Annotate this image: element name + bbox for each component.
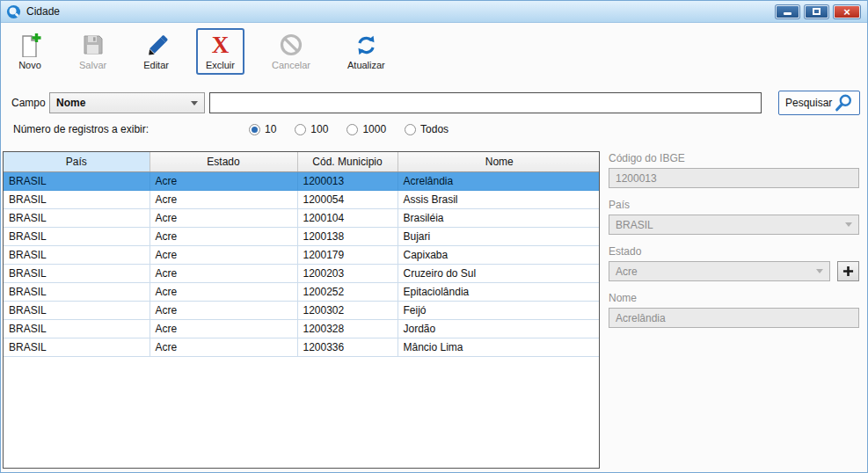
table-cell[interactable]: 1200328 [297, 319, 398, 338]
toolbar: Novo Salvar Editar [1, 24, 867, 84]
table-cell[interactable]: 1200138 [297, 227, 398, 245]
table-cell[interactable]: Acre [150, 208, 297, 227]
records-filter-label: Número de registros a exibir: [13, 123, 249, 135]
table-cell[interactable]: Acre [150, 245, 297, 264]
city-table-body: BRASILAcre1200013AcrelândiaBRASILAcre120… [4, 171, 600, 356]
table-row[interactable]: BRASILAcre1200203Cruzeiro do Sul [4, 264, 600, 282]
table-row[interactable]: BRASILAcre1200328Jordão [4, 319, 600, 338]
table-cell[interactable]: 1200203 [297, 264, 398, 282]
table-cell[interactable]: BRASIL [4, 338, 150, 356]
table-cell[interactable]: Acre [150, 282, 297, 301]
table-cell[interactable]: Acre [150, 171, 297, 190]
table-cell[interactable]: Brasiléia [398, 208, 600, 227]
table-cell[interactable]: Mâncio Lima [398, 338, 600, 356]
novo-button[interactable]: Novo [8, 28, 52, 75]
add-estado-button[interactable] [837, 261, 859, 281]
estado-select: Acre [609, 261, 830, 281]
column-header-nome[interactable]: Nome [398, 152, 600, 171]
radio-circle [405, 124, 416, 135]
table-cell[interactable]: BRASIL [4, 190, 150, 208]
search-input[interactable] [209, 92, 762, 113]
records-filter-row: Número de registros a exibir: 10 100 100… [13, 123, 467, 135]
search-row: Campo Nome Pesquisar [1, 89, 867, 117]
atualizar-button[interactable]: Atualizar [338, 28, 395, 75]
ibge-input: 1200013 [609, 168, 859, 188]
maximize-button[interactable] [805, 5, 828, 18]
nome-label: Nome [609, 292, 859, 304]
records-radio-1000[interactable]: 1000 [346, 123, 386, 135]
table-cell[interactable]: 1200054 [297, 190, 398, 208]
cancelar-label: Cancelar [272, 60, 310, 70]
column-header-estado[interactable]: Estado [150, 152, 297, 171]
table-row[interactable]: BRASILAcre1200302Feijó [4, 301, 600, 319]
editar-label: Editar [143, 60, 169, 70]
estado-value: Acre [616, 266, 638, 278]
table-cell[interactable]: BRASIL [4, 282, 150, 301]
nome-value: Acrelândia [616, 312, 666, 324]
pesquisar-button[interactable]: Pesquisar [778, 91, 860, 115]
window-controls: × [776, 5, 862, 18]
app-logo-icon [6, 4, 21, 19]
records-radio-todos[interactable]: Todos [405, 123, 449, 135]
close-button[interactable]: × [834, 5, 860, 18]
table-row[interactable]: BRASILAcre1200336Mâncio Lima [4, 338, 600, 356]
table-cell[interactable]: Epitaciolândia [398, 282, 600, 301]
chevron-down-icon [845, 222, 852, 227]
table-row[interactable]: BRASILAcre1200104Brasiléia [4, 208, 600, 227]
table-cell[interactable]: 1200336 [297, 338, 398, 356]
table-cell[interactable]: BRASIL [4, 301, 150, 319]
table-cell[interactable]: BRASIL [4, 171, 150, 190]
close-icon: × [843, 6, 850, 18]
table-row[interactable]: BRASILAcre1200013Acrelândia [4, 171, 600, 190]
table-cell[interactable]: BRASIL [4, 208, 150, 227]
table-row[interactable]: BRASILAcre1200054Assis Brasil [4, 190, 600, 208]
minimize-button[interactable] [776, 5, 799, 18]
field-nome: Nome Acrelândia [609, 292, 859, 328]
table-cell[interactable]: BRASIL [4, 227, 150, 245]
table-cell[interactable]: Acrelândia [398, 171, 600, 190]
table-cell[interactable]: Acre [150, 264, 297, 282]
campo-select[interactable]: Nome [49, 92, 205, 113]
table-row[interactable]: BRASILAcre1200179Capixaba [4, 245, 600, 264]
table-row[interactable]: BRASILAcre1200138Bujari [4, 227, 600, 245]
app-window: Cidade × Novo [0, 0, 868, 473]
salvar-button: Salvar [69, 28, 116, 75]
table-cell[interactable]: 1200252 [297, 282, 398, 301]
table-cell[interactable]: Acre [150, 338, 297, 356]
radio-circle [346, 124, 358, 135]
excluir-button[interactable]: X Excluir [196, 28, 244, 75]
table-cell[interactable]: BRASIL [4, 319, 150, 338]
minimize-icon [784, 12, 791, 15]
field-ibge: Código do IBGE 1200013 [609, 152, 859, 188]
column-header-pais[interactable]: País [4, 152, 150, 171]
table-cell[interactable]: Capixaba [398, 245, 600, 264]
pais-label: País [609, 199, 859, 211]
column-header-cod-municipio[interactable]: Cód. Municipio [297, 152, 398, 171]
table-cell[interactable]: Cruzeiro do Sul [398, 264, 600, 282]
table-cell[interactable]: Jordão [398, 319, 600, 338]
delete-x-icon: X [208, 33, 232, 57]
table-cell[interactable]: BRASIL [4, 264, 150, 282]
novo-label: Novo [18, 60, 41, 70]
table-cell[interactable]: Acre [150, 190, 297, 208]
records-radio-100[interactable]: 100 [295, 123, 328, 135]
table-cell[interactable]: Bujari [398, 227, 600, 245]
records-radio-10[interactable]: 10 [249, 123, 276, 135]
table-cell[interactable]: Acre [150, 319, 297, 338]
chevron-down-icon [816, 269, 823, 273]
table-cell[interactable]: 1200013 [297, 171, 398, 190]
table-cell[interactable]: BRASIL [4, 245, 150, 264]
table-cell[interactable]: Feijó [398, 301, 600, 319]
table-row[interactable]: BRASILAcre1200252Epitaciolândia [4, 282, 600, 301]
table-cell[interactable]: Acre [150, 227, 297, 245]
editar-button[interactable]: Editar [134, 28, 179, 75]
table-cell[interactable]: Assis Brasil [398, 190, 600, 208]
estado-label: Estado [609, 245, 859, 258]
table-cell[interactable]: Acre [150, 301, 297, 319]
nome-input: Acrelândia [609, 308, 859, 328]
table-cell[interactable]: 1200179 [297, 245, 398, 264]
radio-label: Todos [420, 123, 449, 135]
atualizar-label: Atualizar [347, 60, 385, 70]
table-cell[interactable]: 1200104 [297, 208, 398, 227]
table-cell[interactable]: 1200302 [297, 301, 398, 319]
